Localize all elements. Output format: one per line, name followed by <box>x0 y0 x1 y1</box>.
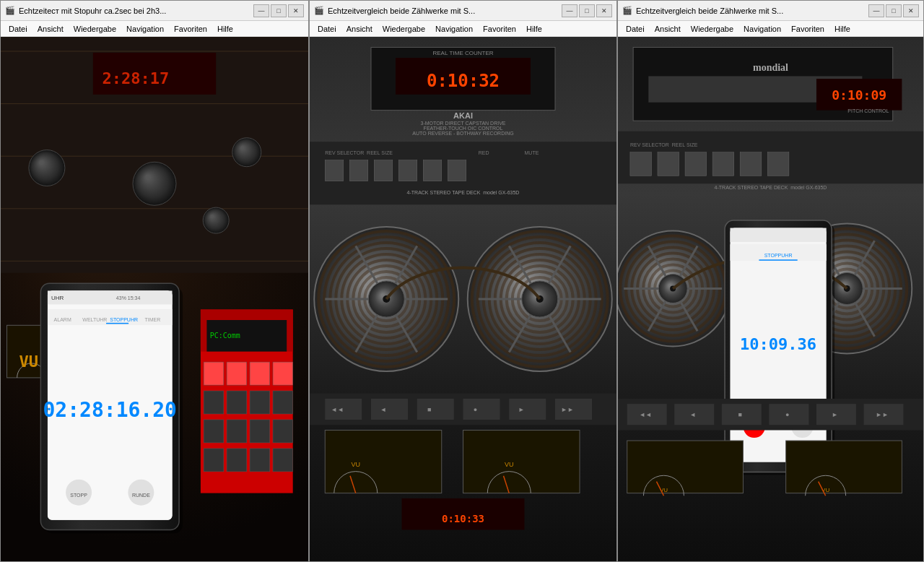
menu-navigation-3[interactable]: Navigation <box>738 23 786 35</box>
menu-favoriten-2[interactable]: Favoriten <box>478 23 521 35</box>
minimize-button-2[interactable]: — <box>562 4 578 17</box>
menu-hilfe-3[interactable]: Hilfe <box>829 23 855 35</box>
window-2: 🎬 Echtzeitvergleich beide Zählwerke mit … <box>309 0 617 562</box>
window-controls-1: — □ ✕ <box>253 4 304 17</box>
photo-content-2 <box>310 37 616 561</box>
app-icon-1: 🎬 <box>5 6 15 16</box>
window-controls-2: — □ ✕ <box>562 4 612 17</box>
window-controls-3: — □ ✕ <box>868 4 919 17</box>
menu-wiedergabe-1[interactable]: Wiedergabe <box>69 23 121 35</box>
menu-datei-3[interactable]: Datei <box>621 23 650 35</box>
title-bar-2: 🎬 Echtzeitvergleich beide Zählwerke mit … <box>310 1 616 21</box>
title-bar-1: 🎬 Echtzeitест mit Stopuhr ca.2sec bei 2h… <box>1 1 308 21</box>
menu-ansicht-1[interactable]: Ansicht <box>32 23 69 35</box>
close-button-1[interactable]: ✕ <box>288 4 304 17</box>
menu-wiedergabe-2[interactable]: Wiedergabe <box>378 23 430 35</box>
menu-bar-3: Datei Ansicht Wiedergabe Navigation Favo… <box>618 21 923 37</box>
menu-bar-1: Datei Ansicht Wiedergabe Navigation Favo… <box>1 21 308 37</box>
minimize-button-3[interactable]: — <box>868 4 884 17</box>
menu-favoriten-1[interactable]: Favoriten <box>169 23 212 35</box>
menu-hilfe-2[interactable]: Hilfe <box>521 23 547 35</box>
close-button-3[interactable]: ✕ <box>903 4 919 17</box>
menu-ansicht-2[interactable]: Ansicht <box>341 23 378 35</box>
window-title-1: Echtzeitест mit Stopuhr ca.2sec bei 2h3.… <box>19 7 250 15</box>
window-title-3: Echtzeitvergleich beide Zählwerke mit S.… <box>636 7 866 15</box>
menu-wiedergabe-3[interactable]: Wiedergabe <box>686 23 738 35</box>
photo-content-1 <box>1 37 308 561</box>
app-icon-3: 🎬 <box>622 6 632 16</box>
close-button-2[interactable]: ✕ <box>596 4 612 17</box>
menu-bar-2: Datei Ansicht Wiedergabe Navigation Favo… <box>310 21 616 37</box>
menu-datei-2[interactable]: Datei <box>313 23 341 35</box>
photo-canvas-2 <box>310 37 616 561</box>
app-icon-2: 🎬 <box>314 6 324 16</box>
photo-canvas-1 <box>1 37 308 561</box>
window-1: 🎬 Echtzeitест mit Stopuhr ca.2sec bei 2h… <box>0 0 309 562</box>
maximize-button-3[interactable]: □ <box>886 4 902 17</box>
menu-navigation-1[interactable]: Navigation <box>121 23 169 35</box>
window-3: 🎬 Echtzeitvergleich beide Zählwerke mit … <box>617 0 924 562</box>
menu-ansicht-3[interactable]: Ansicht <box>650 23 686 35</box>
title-bar-3: 🎬 Echtzeitvergleich beide Zählwerke mit … <box>618 1 923 21</box>
menu-favoriten-3[interactable]: Favoriten <box>786 23 829 35</box>
maximize-button-2[interactable]: □ <box>579 4 595 17</box>
menu-hilfe-1[interactable]: Hilfe <box>212 23 238 35</box>
window-title-2: Echtzeitvergleich beide Zählwerke mit S.… <box>328 7 559 15</box>
photo-canvas-3 <box>618 37 923 561</box>
menu-navigation-2[interactable]: Navigation <box>430 23 478 35</box>
maximize-button-1[interactable]: □ <box>271 4 287 17</box>
minimize-button-1[interactable]: — <box>253 4 269 17</box>
menu-datei-1[interactable]: Datei <box>4 23 32 35</box>
photo-content-3 <box>618 37 923 561</box>
